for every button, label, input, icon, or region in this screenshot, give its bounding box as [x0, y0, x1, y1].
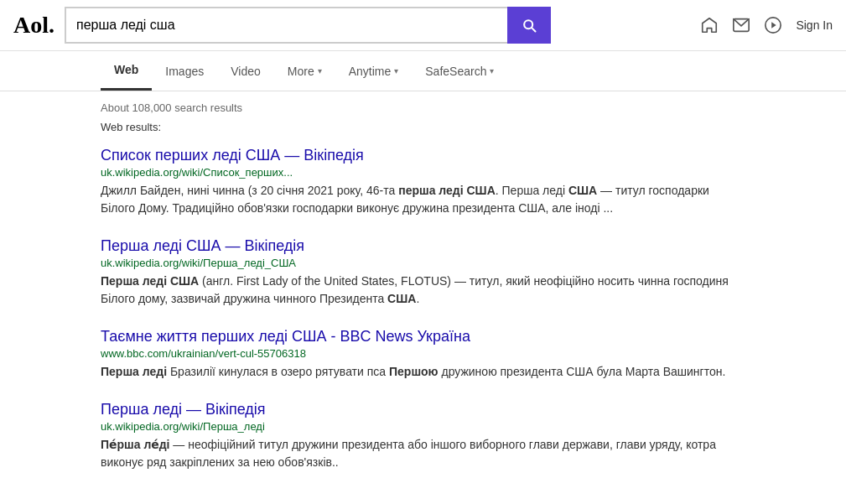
sign-in-button[interactable]: Sign In — [796, 18, 833, 32]
result-snippet: Пе́рша ле́ді — неофіційний титул дружини… — [101, 436, 745, 471]
anytime-chevron: ▾ — [394, 66, 398, 75]
tabs-bar: Web Images Video More ▾ Anytime ▾ SafeSe… — [0, 51, 846, 91]
search-button[interactable] — [507, 7, 551, 44]
home-icon[interactable] — [700, 16, 719, 34]
result-title[interactable]: Перша леді — Вікіпедія — [101, 401, 745, 418]
search-icon — [521, 17, 537, 34]
search-form — [65, 7, 551, 44]
result-url: uk.wikipedia.org/wiki/Перша_леді — [101, 420, 745, 433]
tab-video[interactable]: Video — [217, 53, 274, 90]
result-snippet: Перша леді США (англ. First Lady of the … — [101, 273, 745, 308]
search-result: Таємне життя перших леді США - BBC News … — [101, 328, 745, 381]
mail-icon[interactable] — [732, 16, 750, 34]
content-area: About 108,000 search results Web results… — [0, 91, 846, 501]
result-title[interactable]: Перша леді США — Вікіпедія — [101, 237, 745, 255]
play-icon[interactable] — [764, 16, 782, 34]
search-result: Список перших леді США — Вікіпедіяuk.wik… — [101, 147, 745, 217]
result-title[interactable]: Список перших леді США — Вікіпедія — [101, 147, 745, 164]
result-snippet: Перша леді Бразилії кинулася в озеро рят… — [101, 363, 745, 381]
tab-more[interactable]: More ▾ — [274, 53, 335, 90]
safesearch-chevron: ▾ — [490, 66, 494, 75]
result-count: About 108,000 search results — [101, 101, 745, 114]
result-url: uk.wikipedia.org/wiki/Перша_леді_США — [101, 257, 745, 269]
result-url: www.bbc.com/ukrainian/vert-cul-55706318 — [101, 347, 745, 360]
aol-logo[interactable]: Aol. — [13, 12, 54, 39]
search-result: Перша леді — Вікіпедіяuk.wikipedia.org/w… — [101, 401, 745, 471]
web-results-label: Web results: — [101, 121, 745, 133]
search-result: Перша леді США — Вікіпедіяuk.wikipedia.o… — [101, 237, 745, 308]
result-title[interactable]: Таємне життя перших леді США - BBC News … — [101, 328, 745, 346]
result-snippet: Джилл Байден, нині чинна (з 20 січня 202… — [101, 182, 745, 217]
tab-anytime[interactable]: Anytime ▾ — [335, 53, 413, 90]
svg-marker-2 — [772, 22, 777, 28]
header-nav: Sign In — [700, 16, 833, 34]
header: Aol. Sign In — [0, 0, 846, 51]
search-input[interactable] — [65, 7, 507, 44]
tab-safesearch[interactable]: SafeSearch ▾ — [412, 53, 507, 90]
tab-images[interactable]: Images — [152, 53, 217, 90]
results-list: Список перших леді США — Вікіпедіяuk.wik… — [101, 147, 745, 471]
result-url: uk.wikipedia.org/wiki/Список_перших... — [101, 166, 745, 179]
more-chevron: ▾ — [318, 66, 322, 75]
tab-web[interactable]: Web — [101, 51, 152, 91]
